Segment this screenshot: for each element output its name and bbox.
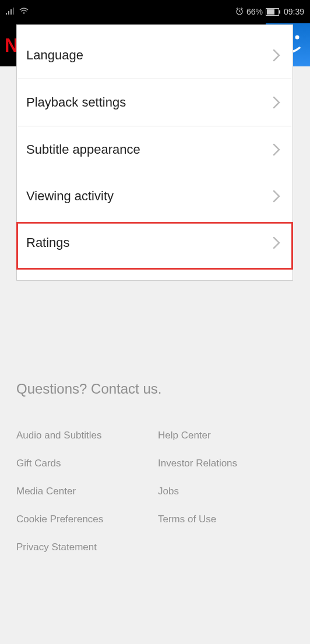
svg-rect-0	[6, 13, 7, 15]
settings-item-viewing-activity[interactable]: Viewing activity	[18, 173, 291, 220]
svg-line-8	[241, 8, 242, 9]
footer-links: Audio and Subtitles Help Center Gift Car…	[16, 430, 294, 553]
status-right: 66% 09:39	[235, 7, 304, 17]
settings-label: Playback settings	[26, 95, 126, 110]
alarm-icon	[235, 7, 244, 17]
settings-label: Viewing activity	[26, 189, 114, 204]
signal-icon	[6, 7, 15, 16]
settings-panel: Language Playback settings Subtitle appe…	[16, 24, 293, 281]
battery-percent: 66%	[246, 7, 263, 16]
footer-link-terms-of-use[interactable]: Terms of Use	[158, 514, 294, 525]
svg-rect-11	[279, 10, 280, 13]
svg-rect-10	[267, 9, 274, 15]
status-bar: 66% 09:39	[0, 0, 310, 23]
status-left	[6, 7, 29, 16]
svg-point-13	[295, 36, 300, 40]
svg-rect-3	[13, 8, 14, 15]
settings-item-playback[interactable]: Playback settings	[18, 79, 291, 126]
svg-line-7	[237, 8, 238, 9]
svg-rect-1	[8, 11, 9, 15]
settings-label: Ratings	[26, 235, 70, 250]
settings-label: Language	[26, 48, 83, 63]
chevron-right-icon	[273, 236, 281, 249]
footer-link-media-center[interactable]: Media Center	[16, 486, 152, 497]
chevron-right-icon	[273, 96, 281, 109]
footer-link-cookie-preferences[interactable]: Cookie Preferences	[16, 514, 152, 525]
svg-line-6	[239, 12, 241, 12]
wifi-icon	[19, 7, 29, 16]
settings-item-language[interactable]: Language	[18, 32, 291, 79]
status-time: 09:39	[284, 7, 304, 16]
footer-link-help-center[interactable]: Help Center	[158, 430, 294, 441]
svg-rect-2	[10, 9, 12, 15]
chevron-right-icon	[273, 190, 281, 203]
footer-link-jobs[interactable]: Jobs	[158, 486, 294, 497]
settings-item-subtitle[interactable]: Subtitle appearance	[18, 126, 291, 173]
chevron-right-icon	[273, 143, 281, 156]
footer-link-audio-subtitles[interactable]: Audio and Subtitles	[16, 430, 152, 441]
footer: Questions? Contact us. Audio and Subtitl…	[0, 381, 310, 553]
settings-item-ratings[interactable]: Ratings	[18, 220, 291, 266]
settings-label: Subtitle appearance	[26, 142, 140, 157]
footer-link-privacy-statement[interactable]: Privacy Statement	[16, 542, 152, 553]
content: Language Playback settings Subtitle appe…	[0, 66, 310, 553]
chevron-right-icon	[273, 49, 281, 62]
footer-link-gift-cards[interactable]: Gift Cards	[16, 458, 152, 469]
footer-link-investor-relations[interactable]: Investor Relations	[158, 458, 294, 469]
contact-link[interactable]: Questions? Contact us.	[16, 381, 294, 397]
battery-icon	[266, 8, 281, 16]
